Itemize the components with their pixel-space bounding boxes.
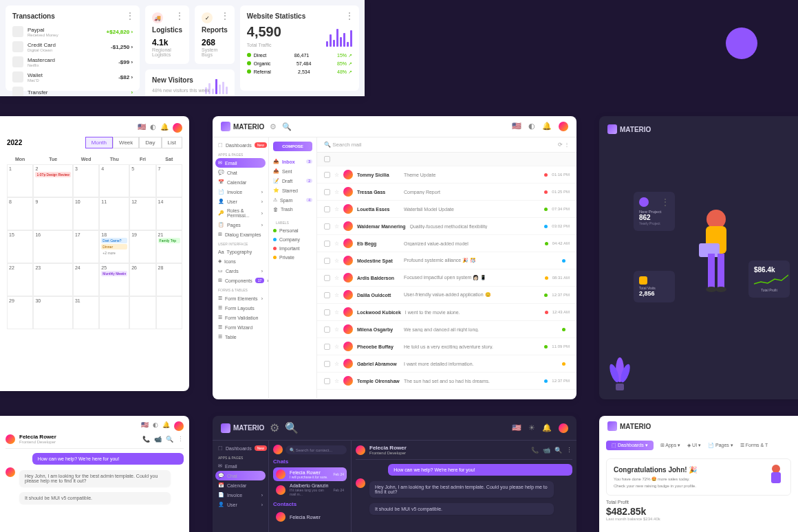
brand[interactable]: MATERIO: [221, 423, 264, 433]
nav-dashboards-button[interactable]: ⬚ Dashboards ▾: [606, 441, 654, 450]
more-icon[interactable]: ⋮: [566, 447, 572, 454]
more-icon[interactable]: ⋮: [175, 11, 184, 21]
flag-icon[interactable]: 🇺🇸: [512, 423, 521, 433]
more-icon[interactable]: ⋮: [126, 11, 134, 21]
sidebar-item[interactable]: 🔑Roles & Permissi...›: [215, 206, 266, 220]
calendar-cell[interactable]: 12: [129, 197, 155, 230]
search-icon[interactable]: 🔍: [554, 447, 562, 454]
calendar-tab[interactable]: Week: [113, 137, 139, 148]
email-row[interactable]: ☆Milena OsgarbyWe sang and danced all ni…: [317, 321, 576, 338]
email-folder[interactable]: ⭐Starred: [273, 186, 312, 195]
calendar-cell[interactable]: 18Dart Game?Dinner+2 more: [99, 230, 129, 263]
sidebar-item-invoice[interactable]: 📄Invoice›: [215, 490, 266, 500]
sidebar-item[interactable]: 👤User›: [215, 197, 266, 206]
email-row[interactable]: ☆Modestine SpatProfound systemic allianc…: [317, 252, 576, 269]
email-row[interactable]: ☆Tommy SiciliaTheme Update01:16 PM: [317, 166, 576, 184]
email-row[interactable]: ☆Ardis BaldersonFocused impactful open s…: [317, 269, 576, 287]
email-label[interactable]: Personal: [273, 226, 312, 235]
sidebar-item[interactable]: ◈Icons: [215, 256, 266, 266]
email-label[interactable]: Important: [273, 244, 312, 253]
sidebar-item-chat[interactable]: 💬Chat: [215, 471, 266, 480]
bell-icon[interactable]: 🔔: [160, 123, 169, 133]
email-folder[interactable]: 📥Inbox3: [273, 157, 312, 166]
sidebar-item[interactable]: 📄Invoice›: [215, 187, 266, 197]
calendar-cell[interactable]: 11: [99, 197, 129, 230]
nav-ui[interactable]: ◈ UI ▾: [687, 443, 701, 448]
email-label[interactable]: Private: [273, 253, 312, 262]
star-icon[interactable]: ☆: [334, 378, 339, 384]
sidebar-item[interactable]: 📅Calendar: [215, 177, 266, 187]
brand[interactable]: MATERIO: [607, 124, 790, 134]
search-contact-input[interactable]: 🔍 Search for contact...: [285, 445, 347, 454]
calendar-cell[interactable]: 1: [7, 164, 33, 197]
email-row[interactable]: ☆Dalila OuldcottUser-friendly value-adde…: [317, 287, 576, 304]
calendar-cell[interactable]: 9: [33, 197, 73, 230]
more-icon[interactable]: ⋮: [177, 436, 184, 443]
calendar-cell[interactable]: 10: [73, 197, 99, 230]
checkbox[interactable]: [324, 292, 330, 298]
email-row[interactable]: ☆Temple OlrenshawThe sun had set and so …: [317, 373, 576, 390]
email-row[interactable]: ☆Waldemar ManneringQuality-focused metho…: [317, 218, 576, 235]
email-row[interactable]: ☆Pheoebe BuffayHe told us a very excitin…: [317, 338, 576, 355]
calendar-cell[interactable]: [99, 296, 129, 329]
calendar-cell[interactable]: 21-07p Design Review: [33, 164, 73, 197]
sidebar-item[interactable]: 📋Pages›: [215, 220, 266, 230]
search-icon[interactable]: 🔍: [285, 421, 299, 434]
nav-pages[interactable]: 📄 Pages ▾: [708, 443, 733, 448]
email-folder[interactable]: 📤Sent: [273, 166, 312, 176]
sidebar-item-email[interactable]: ✉Email: [215, 461, 266, 471]
checkbox[interactable]: [324, 223, 330, 230]
calendar-cell[interactable]: 4: [99, 164, 129, 197]
star-icon[interactable]: ☆: [334, 275, 339, 281]
calendar-cell[interactable]: 22: [7, 263, 33, 296]
more-icon[interactable]: ⋮: [345, 11, 354, 21]
sidebar-item-calendar[interactable]: 📅Calendar: [215, 480, 266, 490]
email-folder[interactable]: 🗑Trash: [273, 205, 312, 214]
calendar-cell[interactable]: 5: [129, 164, 155, 197]
calendar-cell[interactable]: 15: [7, 230, 33, 263]
avatar[interactable]: [6, 434, 15, 444]
settings-icon[interactable]: ⚙: [270, 421, 279, 434]
avatar[interactable]: [559, 423, 568, 433]
calendar-cell[interactable]: 26: [129, 263, 155, 296]
calendar-cell[interactable]: 8: [7, 197, 33, 230]
calendar-cell[interactable]: [129, 296, 155, 329]
brand[interactable]: MATERIO: [607, 421, 651, 431]
email-row[interactable]: ☆Louetta EssesWaterfall Model Update07:3…: [317, 201, 576, 218]
email-label[interactable]: Company: [273, 235, 312, 244]
calendar-tab[interactable]: List: [162, 137, 182, 148]
theme-icon[interactable]: ☀: [528, 423, 535, 433]
calendar-cell[interactable]: 28: [156, 263, 182, 296]
checkbox[interactable]: [324, 326, 330, 333]
flag-icon[interactable]: 🇺🇸: [512, 122, 521, 131]
flag-icon[interactable]: 🇺🇸: [141, 421, 149, 431]
sidebar-item[interactable]: ▭Cards›: [215, 266, 266, 276]
sidebar-item[interactable]: ☰Table: [215, 332, 266, 342]
star-icon[interactable]: ☆: [334, 223, 339, 230]
sidebar-item[interactable]: 💬Chat: [215, 168, 266, 177]
flag-icon[interactable]: 🇺🇸: [138, 123, 146, 133]
nav-apps[interactable]: ⊞ Apps ▾: [660, 443, 680, 448]
calendar-cell[interactable]: 16: [33, 230, 73, 263]
checkbox[interactable]: [324, 189, 330, 195]
theme-icon[interactable]: ◐: [150, 123, 156, 133]
checkbox[interactable]: [324, 361, 330, 367]
settings-icon[interactable]: ⚙: [270, 122, 277, 131]
calendar-cell[interactable]: 30: [33, 296, 73, 329]
compose-button[interactable]: COMPOSE: [273, 142, 312, 151]
checkbox[interactable]: [324, 172, 330, 178]
email-row[interactable]: ☆Eb BeggOrganized value-added model04:42…: [317, 235, 576, 252]
brand[interactable]: MATERIO: [221, 122, 264, 131]
phone-icon[interactable]: 📞: [142, 436, 150, 443]
sidebar-item[interactable]: ⊞Dialog Examples: [215, 230, 266, 239]
theme-icon[interactable]: ◐: [528, 122, 535, 131]
nav-forms[interactable]: ☰ Forms & T: [740, 443, 768, 448]
checkbox[interactable]: [324, 206, 330, 212]
calendar-cell[interactable]: 29: [7, 296, 33, 329]
calendar-cell[interactable]: 21Family Trip: [156, 230, 182, 263]
select-all-checkbox[interactable]: [324, 156, 330, 162]
bell-icon[interactable]: 🔔: [542, 122, 552, 131]
email-row[interactable]: ☆Tressa GassCompany Report01:25 PM: [317, 184, 576, 201]
checkbox[interactable]: [324, 275, 330, 281]
calendar-cell[interactable]: 23: [33, 263, 73, 296]
